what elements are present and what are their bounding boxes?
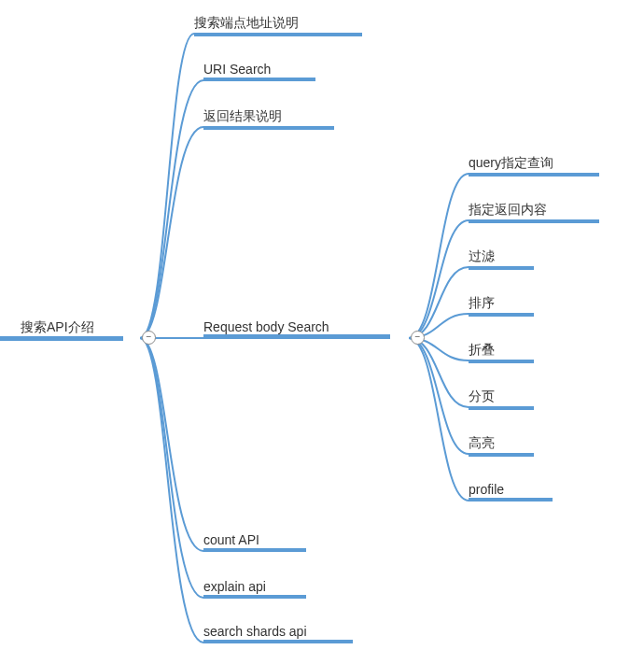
- node-underline: [469, 406, 534, 410]
- node-underline: [469, 453, 534, 457]
- toggle-request-body[interactable]: −: [411, 331, 425, 345]
- node-label: 高亮: [469, 435, 495, 450]
- node-label: 折叠: [469, 342, 495, 357]
- node-underline: [0, 336, 123, 341]
- node-label: 搜索端点地址说明: [194, 15, 299, 30]
- node-underline: [203, 548, 306, 552]
- node-label: 返回结果说明: [203, 108, 282, 123]
- node-underline: [203, 640, 353, 643]
- node-underline: [203, 126, 334, 130]
- node-underline: [469, 266, 534, 270]
- node-filter[interactable]: 过滤: [469, 248, 534, 268]
- node-underline: [469, 173, 599, 177]
- node-label: URI Search: [203, 62, 271, 77]
- node-underline: [469, 313, 534, 317]
- node-underline: [203, 334, 390, 339]
- node-label: explain api: [203, 579, 266, 594]
- node-label: 排序: [469, 295, 495, 310]
- node-uri-search[interactable]: URI Search: [203, 62, 315, 79]
- node-endpoint-desc[interactable]: 搜索端点地址说明: [194, 15, 362, 35]
- node-result-desc[interactable]: 返回结果说明: [203, 108, 334, 128]
- node-collapse[interactable]: 折叠: [469, 342, 534, 361]
- node-underline: [469, 360, 534, 363]
- root-label: 搜索API介绍: [21, 319, 94, 334]
- node-label: profile: [469, 482, 504, 497]
- node-label: Request body Search: [203, 319, 329, 334]
- node-paging[interactable]: 分页: [469, 389, 534, 408]
- node-underline: [194, 33, 362, 36]
- node-underline: [203, 78, 315, 81]
- node-query[interactable]: query指定查询: [469, 155, 599, 175]
- node-label: search shards api: [203, 624, 307, 639]
- node-count-api[interactable]: count API: [203, 532, 306, 550]
- node-sort[interactable]: 排序: [469, 295, 534, 315]
- node-label: query指定查询: [469, 155, 553, 170]
- node-request-body[interactable]: Request body Search: [203, 319, 390, 337]
- node-highlight[interactable]: 高亮: [469, 435, 534, 455]
- toggle-root[interactable]: −: [142, 331, 156, 345]
- node-explain-api[interactable]: explain api: [203, 579, 306, 597]
- node-label: count API: [203, 532, 259, 547]
- node-underline: [469, 219, 599, 223]
- node-profile[interactable]: profile: [469, 482, 553, 500]
- node-label: 过滤: [469, 248, 495, 263]
- node-search-shards[interactable]: search shards api: [203, 624, 353, 642]
- node-underline: [203, 595, 306, 599]
- root-node[interactable]: 搜索API介绍: [21, 319, 123, 339]
- node-return-content[interactable]: 指定返回内容: [469, 202, 599, 221]
- node-label: 分页: [469, 389, 495, 403]
- node-underline: [469, 498, 553, 502]
- node-label: 指定返回内容: [469, 202, 547, 217]
